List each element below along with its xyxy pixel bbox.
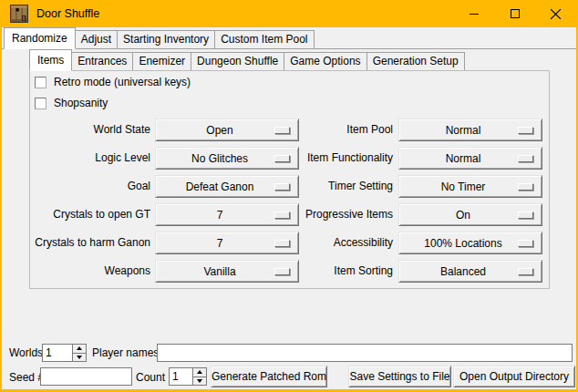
crystals-gt-value: 7 [217,209,223,222]
arrow-up-icon [197,370,202,374]
arrow-down-icon [77,356,82,359]
arrow-down-icon [197,379,202,383]
close-icon [550,8,562,20]
inner-tab-bar: Items Entrances Enemizer Dungeon Shuffle… [29,50,464,70]
timer-setting-label: Timer Setting [244,175,393,198]
generate-patched-rom-button[interactable]: Generate Patched Rom [211,366,327,387]
timer-setting-value: No Timer [441,181,486,193]
option-row: Weapons Vanilla Item Sorting Balanced [2,260,578,283]
arrow-up-icon [77,346,82,350]
shopsanity-checkbox[interactable] [35,98,46,109]
tab-entrances[interactable]: Entrances [71,52,133,70]
seed-label: Seed # [9,368,44,387]
logic-level-label: Logic Level [2,147,150,170]
weapons-label: Weapons [2,260,150,283]
dropdown-indicator-icon [518,268,533,275]
player-names-label: Player names [92,344,159,362]
tab-game-options[interactable]: Game Options [284,52,366,70]
retro-mode-label: Retro mode (universal keys) [54,76,191,88]
count-label: Count [136,368,165,387]
item-sorting-label: Item Sorting [244,260,393,283]
count-spinbox[interactable]: 1 [169,367,207,386]
option-row: World State Open Item Pool Normal [2,119,578,141]
accessibility-value: 100% Locations [424,237,501,250]
retro-mode-row: Retro mode (universal keys) [35,75,191,89]
weapons-value: Vanilla [203,265,235,278]
tab-generation-setup[interactable]: Generation Setup [366,52,465,70]
progressive-items-dropdown[interactable]: On [398,203,542,226]
accessibility-label: Accessibility [244,232,393,254]
tab-items[interactable]: Items [29,49,72,71]
item-sorting-value: Balanced [440,265,486,278]
goal-label: Goal [2,175,150,198]
close-button[interactable] [535,0,576,27]
item-functionality-dropdown[interactable]: Normal [398,147,542,170]
tab-adjust[interactable]: Adjust [75,30,118,48]
spinner-arrows [72,345,86,361]
spin-down-button[interactable] [73,354,86,362]
maximize-button[interactable] [494,0,535,27]
option-row: Goal Defeat Ganon Timer Setting No Timer [2,175,578,198]
logic-level-value: No Glitches [191,152,248,165]
seed-input[interactable] [40,367,132,386]
door-icon [10,5,28,23]
item-functionality-label: Item Functionality [244,147,393,170]
item-pool-value: Normal [446,124,481,137]
door-shuffle-window: Door Shuffle Randomize Adjust Starting I… [0,0,578,392]
item-functionality-value: Normal [446,152,481,165]
option-row: Logic Level No Glitches Item Functionali… [2,147,578,170]
maximize-icon [510,8,521,19]
window-controls [453,0,576,27]
dropdown-indicator-icon [518,183,533,191]
shopsanity-label: Shopsanity [54,97,108,109]
window-title: Door Shuffle [36,7,99,20]
progressive-items-label: Progressive Items [244,203,393,226]
item-sorting-dropdown[interactable]: Balanced [398,260,542,283]
timer-setting-dropdown[interactable]: No Timer [398,175,542,198]
option-row: Crystals to harm Ganon 7 Accessibility 1… [2,232,578,254]
save-settings-button[interactable]: Save Settings to File [348,366,451,387]
tab-custom-item-pool[interactable]: Custom Item Pool [214,30,314,48]
spin-down-button[interactable] [193,377,206,386]
player-names-input[interactable] [157,344,573,362]
progressive-items-value: On [456,209,470,222]
item-pool-dropdown[interactable]: Normal [398,119,542,141]
spin-up-button[interactable] [193,368,206,377]
retro-mode-checkbox[interactable] [35,77,46,88]
shopsanity-row: Shopsanity [35,96,108,110]
count-value: 1 [170,368,192,385]
tab-enemizer[interactable]: Enemizer [132,52,191,70]
option-row: Crystals to open GT 7 Progressive Items … [2,203,578,226]
tab-dungeon-shuffle[interactable]: Dungeon Shuffle [191,52,284,70]
minimize-button[interactable] [453,0,494,27]
crystals-ganon-label: Crystals to harm Ganon [2,232,150,254]
item-pool-label: Item Pool [244,119,393,141]
dropdown-indicator-icon [518,211,533,219]
outer-tab-bar: Randomize Adjust Starting Inventory Cust… [2,27,576,49]
dropdown-indicator-icon [518,240,533,247]
worlds-spinbox[interactable]: 1 [42,344,87,362]
world-state-value: Open [206,124,232,137]
tab-starting-inventory[interactable]: Starting Inventory [117,30,215,48]
worlds-label: Worlds [9,344,43,362]
crystals-gt-label: Crystals to open GT [2,203,150,226]
dropdown-indicator-icon [518,127,533,134]
tab-randomize[interactable]: Randomize [4,27,76,49]
spinner-arrows [192,368,206,385]
minimize-icon [469,8,480,19]
world-state-label: World State [2,119,150,141]
dropdown-indicator-icon [518,155,533,162]
crystals-ganon-value: 7 [217,237,223,250]
open-output-directory-button[interactable]: Open Output Directory [453,366,575,387]
worlds-value: 1 [43,345,72,361]
titlebar[interactable]: Door Shuffle [2,0,576,27]
accessibility-dropdown[interactable]: 100% Locations [398,232,542,254]
spin-up-button[interactable] [73,345,86,354]
